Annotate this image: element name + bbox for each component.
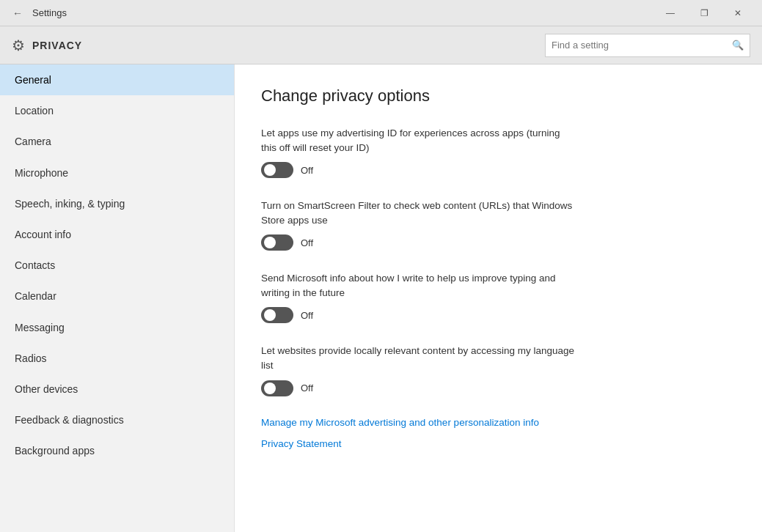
toggle-label-0: Off: [301, 165, 313, 176]
setting-description-1: Turn on SmartScreen Filter to check web …: [261, 199, 576, 227]
header-bar: ⚙ PRIVACY 🔍: [0, 26, 762, 64]
toggle-switch-2[interactable]: [261, 307, 293, 323]
toggle-label-3: Off: [301, 383, 313, 394]
setting-description-2: Send Microsoft info about how I write to…: [261, 271, 576, 300]
page-title: Change privacy options: [261, 86, 736, 106]
search-input[interactable]: [552, 40, 729, 51]
sidebar-item-feedback-diagnostics[interactable]: Feedback & diagnostics: [0, 404, 234, 435]
setting-item-0: Let apps use my advertising ID for exper…: [261, 126, 736, 178]
sidebar: GeneralLocationCameraMicrophoneSpeech, i…: [0, 64, 235, 532]
window-controls: — ❐ ✕: [653, 0, 755, 26]
content-link-0[interactable]: Manage my Microsoft advertising and othe…: [261, 417, 736, 428]
sidebar-item-calendar[interactable]: Calendar: [0, 281, 234, 311]
setting-description-3: Let websites provide locally relevant co…: [261, 344, 576, 372]
sidebar-item-background-apps[interactable]: Background apps: [0, 435, 234, 466]
toggle-switch-0[interactable]: [261, 162, 293, 178]
toggle-switch-1[interactable]: [261, 234, 293, 251]
back-button[interactable]: ←: [7, 3, 28, 23]
search-box[interactable]: 🔍: [545, 34, 750, 57]
main-content: GeneralLocationCameraMicrophoneSpeech, i…: [0, 64, 762, 532]
content-area: Change privacy options Let apps use my a…: [235, 64, 762, 532]
minimize-button[interactable]: —: [653, 0, 687, 26]
toggle-row-3: Off: [261, 380, 736, 396]
restore-button[interactable]: ❐: [687, 0, 721, 26]
title-bar: ← Settings — ❐ ✕: [0, 0, 762, 26]
setting-item-1: Turn on SmartScreen Filter to check web …: [261, 199, 736, 251]
toggle-knob-1: [264, 237, 276, 248]
setting-item-3: Let websites provide locally relevant co…: [261, 344, 736, 396]
toggle-knob-0: [264, 164, 276, 176]
toggle-knob-2: [264, 309, 276, 321]
sidebar-item-other-devices[interactable]: Other devices: [0, 374, 234, 404]
toggle-row-0: Off: [261, 162, 736, 178]
sidebar-item-general[interactable]: General: [0, 64, 234, 95]
toggle-row-2: Off: [261, 307, 736, 323]
app-title: PRIVACY: [32, 40, 82, 51]
toggle-label-2: Off: [301, 310, 313, 321]
setting-description-0: Let apps use my advertising ID for exper…: [261, 126, 576, 155]
sidebar-item-contacts[interactable]: Contacts: [0, 250, 234, 281]
close-button[interactable]: ✕: [721, 0, 755, 26]
content-link-1[interactable]: Privacy Statement: [261, 438, 736, 449]
sidebar-item-microphone[interactable]: Microphone: [0, 158, 234, 188]
toggle-switch-3[interactable]: [261, 380, 293, 396]
sidebar-item-speech-inking-typing[interactable]: Speech, inking, & typing: [0, 188, 234, 219]
toggle-knob-3: [264, 383, 276, 394]
settings-icon: ⚙: [12, 37, 25, 54]
sidebar-item-messaging[interactable]: Messaging: [0, 312, 234, 343]
sidebar-item-account-info[interactable]: Account info: [0, 219, 234, 250]
setting-item-2: Send Microsoft info about how I write to…: [261, 271, 736, 323]
window-title: Settings: [32, 7, 67, 18]
search-icon: 🔍: [732, 40, 744, 51]
toggle-row-1: Off: [261, 234, 736, 251]
toggle-label-1: Off: [301, 237, 313, 248]
sidebar-item-location[interactable]: Location: [0, 95, 234, 126]
sidebar-item-radios[interactable]: Radios: [0, 343, 234, 374]
back-icon: ←: [12, 7, 23, 19]
sidebar-item-camera[interactable]: Camera: [0, 126, 234, 157]
